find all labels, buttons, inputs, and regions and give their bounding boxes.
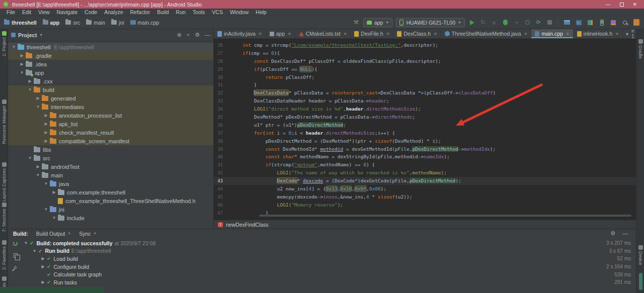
menu-item-help[interactable]: Help — [252, 9, 270, 15]
code-line-45[interactable]: 45 memcpy(dexcode->insns,&new_ins,4 * si… — [214, 193, 644, 201]
maximize-button[interactable] — [620, 3, 624, 7]
code-line-41[interactable]: 41 if(strcmp("getnum",methodName) == 0) … — [214, 161, 644, 169]
code-line-31[interactable]: 31 } — [214, 81, 644, 89]
chevron-right-icon[interactable]: ▶ — [40, 256, 46, 261]
tool-window-button-2-favorites[interactable]: 2: Favorites — [0, 240, 8, 270]
code-line-26[interactable]: 26 int cmp = strcmp("Lcom/example/threes… — [214, 41, 644, 49]
close-icon[interactable]: ✕ — [524, 32, 528, 36]
code-line-40[interactable]: 40 const char* methodName = dexStringByI… — [214, 153, 644, 161]
menu-item-build[interactable]: Build — [153, 9, 172, 15]
chevron-down-icon[interactable]: ▼ — [43, 181, 49, 186]
tab-DexClass-h[interactable]: DexClass.h✕ — [393, 29, 441, 38]
code-line-38[interactable]: 38 pDexDirectMethod = (DexMethod*)(ptr +… — [214, 137, 644, 145]
chevron-right-icon[interactable]: ▶ — [19, 53, 25, 58]
chevron-down-icon[interactable]: ▼ — [43, 207, 49, 212]
tree-row-androidTest[interactable]: ▶androidTest — [8, 162, 213, 171]
code-line-30[interactable]: 30 return pClassOff; — [214, 73, 644, 81]
profile-avatar[interactable] — [633, 19, 640, 26]
code-line-35[interactable]: 35 DexMethod* pDexDirectMethod = pClassD… — [214, 113, 644, 121]
sync-gradle-icon[interactable]: ⟳ — [535, 19, 542, 26]
chevron-down-icon[interactable]: ▼ — [27, 156, 33, 160]
chevron-down-icon[interactable]: ▾ — [626, 31, 628, 37]
run-configuration-select[interactable]: app ▼ — [363, 18, 392, 27]
right-scroll-thumb[interactable] — [639, 273, 642, 290]
code-line-29[interactable]: 29 if(pClassOff == NULL){ — [214, 65, 644, 73]
breadcrumb-item-jni[interactable]: jni — [111, 20, 124, 26]
tab-ThreeShellNativeMethod-java[interactable]: ThreeShellNativeMethod.java✕ — [441, 29, 531, 38]
close-icon[interactable]: ✕ — [288, 32, 291, 36]
tree-row-app[interactable]: ▼app — [8, 68, 213, 77]
chevron-down-icon[interactable]: ▼ — [32, 249, 37, 253]
tree-row-check_manifest_result[interactable]: ▶check_manifest_result — [8, 128, 213, 137]
menu-item-navigate[interactable]: Navigate — [53, 9, 81, 15]
close-icon[interactable]: ✕ — [259, 32, 262, 36]
menu-item-view[interactable]: View — [35, 9, 53, 15]
chevron-down-icon[interactable]: ▼ — [51, 216, 57, 220]
build-row-build-completed-successfully[interactable]: ▼✔Build: completed successfully at 2020/… — [23, 239, 631, 247]
tab-main-cpp[interactable]: main.cpp✕ — [531, 29, 573, 38]
code-line-28[interactable]: 28 const DexClassDef* pClassOff = olddex… — [214, 57, 644, 65]
menu-item-file[interactable]: File — [3, 9, 19, 15]
close-icon[interactable]: ✕ — [615, 32, 619, 36]
tree-row-compatible_screen_manifest[interactable]: ▶compatible_screen_manifest — [8, 137, 213, 145]
tool-window-button-device[interactable]: Device — [636, 245, 644, 265]
build-row-load-build[interactable]: ▶✔Load build52 ms — [23, 255, 631, 263]
horizontal-scrollbar[interactable] — [259, 215, 631, 217]
tree-row--gradle[interactable]: ▶.gradle — [8, 51, 213, 60]
tool-window-button-gradle[interactable]: Gradle — [636, 39, 644, 59]
tab-DexFile-h[interactable]: DexFile.h✕ — [351, 29, 393, 38]
copy-output-icon[interactable] — [12, 252, 19, 259]
tool-window-button-7-structure[interactable]: 7: Structure — [0, 203, 8, 232]
tab-CMakeLists-txt[interactable]: CMakeLists.txt✕ — [295, 29, 351, 38]
tab-sync[interactable]: Sync✕ — [79, 231, 97, 237]
chevron-right-icon[interactable]: ▶ — [40, 280, 46, 284]
build-row-run-tasks[interactable]: ▶✔Run tasks291 ms — [23, 278, 631, 286]
settings-gear-icon[interactable]: ⚙ — [610, 230, 615, 237]
apply-code-changes-icon[interactable]: ≡ — [491, 19, 498, 26]
menu-item-code[interactable]: Code — [81, 9, 101, 15]
build-row-run-build[interactable]: ▼✔Run build E:\app\threeshell3 s 67 ms — [23, 247, 631, 255]
tree-row-build[interactable]: ▼build — [8, 85, 213, 94]
tree-row-jni[interactable]: ▼jni — [8, 205, 213, 214]
menu-item-vcs[interactable]: VCS — [208, 9, 226, 15]
tree-row--idea[interactable]: ▶.idea — [8, 60, 213, 68]
apply-changes-icon[interactable]: ↻ — [479, 19, 487, 26]
hide-panel-icon[interactable]: — — [622, 230, 628, 237]
code-line-32[interactable]: 32 DexClassData* pClassData = reinterpre… — [214, 89, 644, 97]
menu-item-run[interactable]: Run — [173, 9, 189, 15]
chevron-down-icon[interactable]: ▼ — [35, 173, 41, 177]
menu-item-refactor[interactable]: Refactor — [127, 9, 154, 15]
tree-row-com-example-threeshell[interactable]: ▶com.example.threeshell — [8, 188, 213, 197]
tool-window-button-resource-manager[interactable]: Resource Manager — [0, 100, 8, 144]
device-file-explorer-icon[interactable] — [564, 19, 571, 26]
tree-row-main[interactable]: ▼main — [8, 171, 213, 179]
breadcrumb-item-app[interactable]: app — [43, 20, 60, 26]
breadcrumb-item-main-cpp[interactable]: main.cpp — [130, 20, 159, 26]
tool-window-button-layout-captures[interactable]: Layout Captures — [0, 162, 8, 202]
profile-icon[interactable]: ◔ — [513, 19, 520, 26]
attach-debugger-icon[interactable] — [524, 19, 531, 26]
code-line-39[interactable]: 39 const DexMethodId* methodid = dexGetM… — [214, 145, 644, 153]
tree-row-intermediates[interactable]: ▼intermediates — [8, 103, 213, 111]
sdk-manager-icon[interactable] — [610, 19, 617, 26]
menu-item-window[interactable]: Window — [226, 9, 252, 15]
code-line-46[interactable]: 46 LOGI("Memory reverse"); — [214, 201, 644, 209]
close-icon[interactable]: ✕ — [434, 32, 437, 36]
menu-item-tools[interactable]: Tools — [189, 9, 209, 15]
minimize-button[interactable]: — — [606, 2, 611, 7]
code-editor[interactable]: 26 int cmp = strcmp("Lcom/example/threes… — [214, 39, 644, 220]
collapse-all-icon[interactable]: ÷ — [187, 32, 190, 38]
chevron-down-icon[interactable]: ▼ — [11, 45, 17, 49]
rerun-build-icon[interactable] — [12, 240, 19, 247]
breadcrumb-item-threeshell[interactable]: threeshell — [4, 20, 37, 26]
code-line-37[interactable]: 37 for(int i = 0;i < header.directMethod… — [214, 129, 644, 137]
chevron-right-icon[interactable]: ▶ — [19, 62, 25, 66]
project-view-selector[interactable]: Project ▼ — [11, 32, 43, 38]
chevron-right-icon[interactable]: ▶ — [51, 190, 57, 194]
breadcrumb-item-src[interactable]: src — [65, 20, 80, 26]
chevron-right-icon[interactable]: ▶ — [43, 139, 49, 143]
chevron-right-icon[interactable]: ▶ — [43, 122, 49, 126]
settings-gear-icon[interactable]: ⚙ — [195, 32, 200, 38]
tree-row-java[interactable]: ▼java — [8, 179, 213, 188]
code-line-36[interactable]: 36 u1* ptr = (u1*)pDexDirectMethod; — [214, 121, 644, 129]
